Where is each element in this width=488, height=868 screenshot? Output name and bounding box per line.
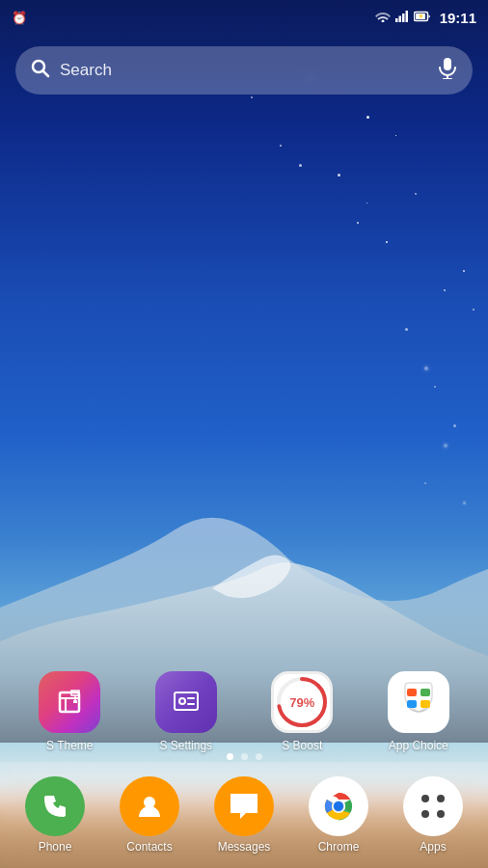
dock-chrome[interactable]: Chrome	[309, 776, 368, 854]
wifi-icon	[375, 11, 391, 25]
dock-apps[interactable]: Apps	[403, 776, 463, 854]
status-bar: ⏰ 19:11	[0, 0, 488, 35]
phone-label: Phone	[39, 840, 72, 854]
apps-icon	[403, 776, 463, 836]
app-stheme[interactable]: S Theme	[39, 671, 100, 752]
appchoice-icon	[388, 671, 449, 733]
svg-rect-3	[405, 11, 408, 22]
status-left-icons: ⏰	[12, 11, 27, 25]
search-icon	[31, 59, 50, 83]
svg-point-31	[421, 810, 429, 818]
contacts-icon	[120, 776, 179, 836]
svg-point-32	[437, 810, 445, 818]
battery-icon	[414, 11, 431, 25]
appchoice-label: App Choice	[389, 739, 448, 752]
ssettings-icon	[155, 671, 217, 733]
svg-rect-8	[444, 58, 451, 70]
svg-rect-13	[73, 700, 77, 703]
ssettings-label: S Settings	[159, 739, 212, 752]
sboost-percent: 79%	[274, 674, 330, 730]
search-bar[interactable]: Search	[15, 46, 473, 95]
search-placeholder: Search	[60, 61, 438, 80]
svg-rect-22	[407, 700, 417, 708]
dock-contacts[interactable]: Contacts	[120, 776, 179, 854]
svg-point-30	[437, 795, 445, 802]
stheme-icon	[39, 671, 100, 733]
chrome-label: Chrome	[318, 840, 360, 854]
app-ssettings[interactable]: S Settings	[155, 671, 217, 752]
dock-phone[interactable]: Phone	[25, 776, 85, 854]
svg-rect-20	[407, 689, 417, 696]
page-indicator-3[interactable]	[256, 753, 262, 760]
sboost-label: S Boost	[282, 739, 322, 752]
dock: Phone Contacts Messages	[0, 762, 488, 868]
svg-rect-0	[395, 18, 398, 22]
sboost-icon: 79%	[271, 671, 333, 733]
app-appchoice[interactable]: App Choice	[388, 671, 449, 752]
svg-rect-23	[420, 700, 430, 708]
microphone-icon[interactable]	[438, 58, 457, 84]
status-right-icons: 19:11	[375, 10, 476, 26]
svg-rect-1	[398, 15, 401, 22]
chrome-icon	[309, 776, 368, 836]
dock-messages[interactable]: Messages	[214, 776, 274, 854]
apps-row: S Theme S Settings 79% S Boost	[0, 671, 488, 752]
phone-icon	[25, 776, 85, 836]
contacts-label: Contacts	[126, 840, 172, 854]
svg-line-7	[43, 71, 48, 76]
messages-label: Messages	[218, 840, 271, 854]
stheme-label: S Theme	[46, 739, 93, 752]
svg-point-15	[179, 698, 185, 704]
messages-icon	[214, 776, 274, 836]
alarm-icon: ⏰	[12, 11, 27, 25]
svg-point-29	[421, 795, 429, 802]
signal-icon	[395, 11, 409, 25]
svg-rect-21	[420, 689, 430, 696]
svg-rect-2	[402, 14, 405, 22]
page-indicators	[0, 753, 488, 760]
app-sboost[interactable]: 79% S Boost	[271, 671, 333, 752]
status-time: 19:11	[440, 10, 476, 26]
page-indicator-1[interactable]	[227, 753, 233, 760]
page-indicator-2[interactable]	[241, 753, 248, 760]
apps-label: Apps	[420, 840, 446, 854]
